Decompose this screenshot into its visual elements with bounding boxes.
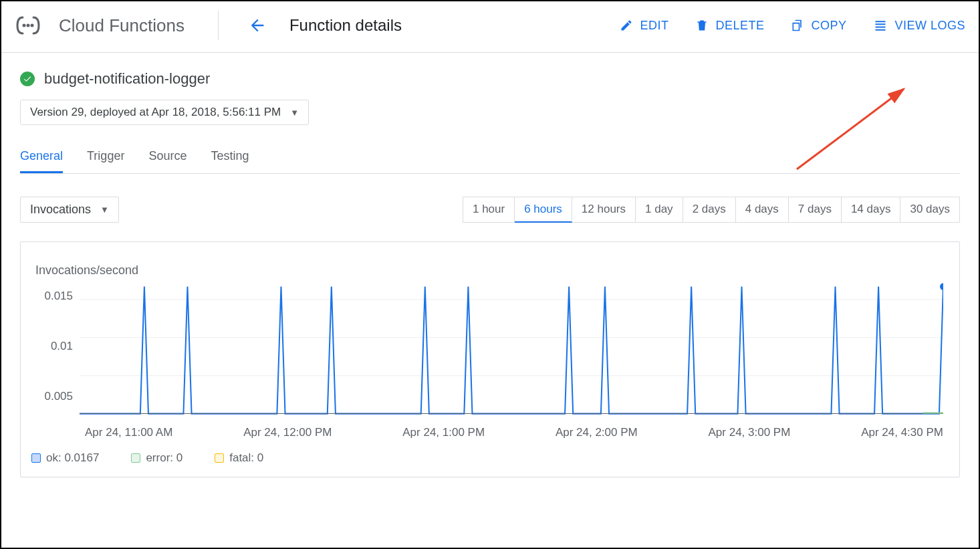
svg-point-7 bbox=[940, 283, 943, 290]
svg-point-2 bbox=[31, 24, 34, 27]
svg-rect-9 bbox=[923, 413, 943, 414]
status-ok-icon bbox=[20, 72, 35, 86]
range-4d[interactable]: 4 days bbox=[736, 197, 789, 223]
metric-label: Invocations bbox=[30, 203, 91, 217]
y-axis: 0.015 0.01 0.005 bbox=[31, 290, 80, 403]
chart-card: Invocations/second 0.015 0.01 0.005 Apr … bbox=[20, 241, 960, 477]
chart-title: Invocations/second bbox=[35, 263, 949, 278]
legend-error-label: error: 0 bbox=[146, 451, 182, 465]
swatch-error bbox=[131, 453, 140, 463]
x-tick: Apr 24, 2:00 PM bbox=[556, 426, 638, 439]
tab-source[interactable]: Source bbox=[148, 149, 187, 173]
trash-icon bbox=[695, 19, 709, 32]
version-select[interactable]: Version 29, deployed at Apr 18, 2018, 5:… bbox=[20, 100, 309, 125]
x-tick: Apr 24, 3:00 PM bbox=[709, 426, 791, 439]
y-tick: 0.005 bbox=[31, 390, 73, 403]
legend-fatal: fatal: 0 bbox=[215, 451, 263, 465]
legend-fatal-label: fatal: 0 bbox=[229, 451, 263, 465]
pencil-icon bbox=[620, 19, 633, 32]
tab-trigger[interactable]: Trigger bbox=[87, 149, 124, 173]
version-label: Version 29, deployed at Apr 18, 2018, 5:… bbox=[30, 106, 281, 119]
y-tick: 0.01 bbox=[31, 340, 73, 353]
delete-button[interactable]: DELETE bbox=[695, 19, 764, 33]
swatch-fatal bbox=[215, 453, 224, 463]
range-12h[interactable]: 12 hours bbox=[572, 197, 636, 223]
cloud-functions-icon bbox=[15, 12, 41, 39]
range-30d[interactable]: 30 days bbox=[900, 197, 960, 223]
x-axis: Apr 24, 11:00 AM Apr 24, 12:00 PM Apr 24… bbox=[85, 426, 943, 439]
range-1d[interactable]: 1 day bbox=[636, 197, 683, 223]
legend-ok: ok: 0.0167 bbox=[31, 451, 99, 465]
copy-label: COPY bbox=[811, 19, 846, 33]
svg-point-1 bbox=[27, 24, 30, 27]
x-tick: Apr 24, 11:00 AM bbox=[85, 426, 172, 439]
x-tick: Apr 24, 4:30 PM bbox=[861, 426, 943, 439]
range-1h[interactable]: 1 hour bbox=[463, 197, 515, 223]
y-tick: 0.015 bbox=[31, 290, 73, 303]
range-7d[interactable]: 7 days bbox=[789, 197, 842, 223]
arrow-left-icon bbox=[248, 16, 267, 35]
caret-down-icon: ▼ bbox=[290, 108, 299, 118]
view-logs-button[interactable]: VIEW LOGS bbox=[873, 19, 965, 33]
page-title: Function details bbox=[289, 16, 402, 35]
product-name: Cloud Functions bbox=[59, 15, 185, 36]
divider bbox=[218, 11, 219, 40]
view-logs-label: VIEW LOGS bbox=[894, 19, 965, 33]
copy-button[interactable]: COPY bbox=[791, 19, 846, 33]
legend-ok-label: ok: 0.0167 bbox=[46, 451, 99, 465]
legend: ok: 0.0167 error: 0 fatal: 0 bbox=[31, 451, 949, 465]
range-2d[interactable]: 2 days bbox=[683, 197, 736, 223]
edit-button[interactable]: EDIT bbox=[620, 19, 668, 33]
caret-down-icon: ▼ bbox=[100, 205, 109, 215]
back-button[interactable] bbox=[244, 12, 271, 39]
delete-label: DELETE bbox=[715, 19, 764, 33]
tabs: General Trigger Source Testing bbox=[20, 149, 960, 174]
svg-point-0 bbox=[23, 24, 26, 27]
metric-select[interactable]: Invocations ▼ bbox=[20, 197, 119, 223]
range-14d[interactable]: 14 days bbox=[842, 197, 901, 223]
range-6h[interactable]: 6 hours bbox=[515, 197, 572, 223]
edit-label: EDIT bbox=[640, 19, 668, 33]
time-range-group: 1 hour 6 hours 12 hours 1 day 2 days 4 d… bbox=[463, 197, 960, 223]
legend-error: error: 0 bbox=[131, 451, 182, 465]
x-tick: Apr 24, 1:00 PM bbox=[402, 426, 485, 439]
copy-icon bbox=[791, 19, 804, 32]
chart-plot[interactable] bbox=[80, 282, 943, 421]
function-name: budget-notification-logger bbox=[44, 70, 210, 88]
tab-testing[interactable]: Testing bbox=[211, 149, 249, 173]
swatch-ok bbox=[31, 453, 41, 463]
logs-icon bbox=[873, 19, 888, 32]
tab-general[interactable]: General bbox=[20, 149, 63, 173]
x-tick: Apr 24, 12:00 PM bbox=[243, 426, 332, 439]
